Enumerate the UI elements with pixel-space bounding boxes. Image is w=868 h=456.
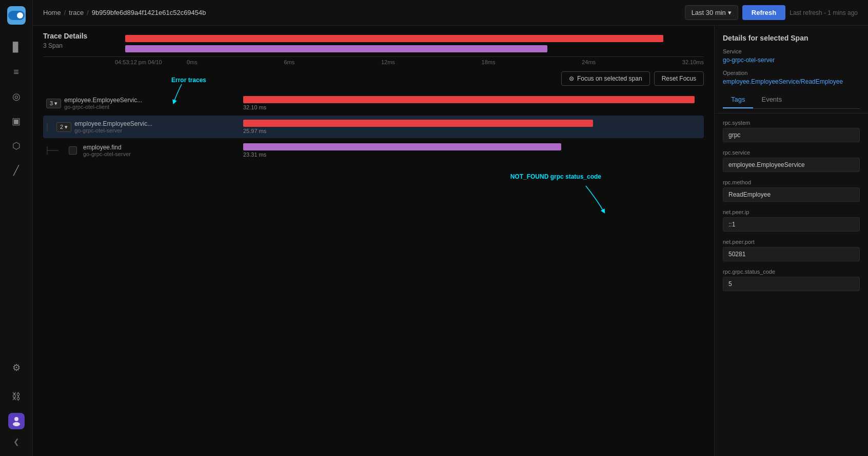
- tag-row-rpc-service: rpc.service employee.EmployeeService: [723, 149, 860, 172]
- tab-events[interactable]: Events: [753, 91, 790, 108]
- tag-row-rpc-grpc-status: rpc.grpc.status_code 5: [723, 269, 860, 291]
- span-bar-area-3: 23.31 ms: [243, 143, 704, 158]
- svg-point-0: [14, 417, 18, 421]
- tag-row-rpc-system: rpc.system grpc: [723, 120, 860, 142]
- reset-focus-button[interactable]: Reset Focus: [654, 71, 704, 86]
- operation-value: employee.EmployeeService/ReadEmployee: [723, 78, 860, 85]
- overview-bar-1: [125, 35, 663, 42]
- time-range-label: Last 30 min: [692, 9, 726, 16]
- tag-key-rpc-service: rpc.service: [723, 149, 860, 156]
- span-expand-3[interactable]: [69, 146, 77, 155]
- tag-value-text-net-peer-port: 50281: [728, 251, 745, 258]
- span-duration-2: 25.97 ms: [243, 128, 704, 134]
- main-content: Home / trace / 9b959bfe6d89a4f1421e61c52…: [33, 0, 868, 456]
- tag-value-net-peer-port: 50281: [723, 247, 860, 261]
- tag-value-net-peer-ip: ::1: [723, 217, 860, 232]
- table-row[interactable]: employee.find go-grpc-otel-server 23.31 …: [43, 139, 704, 162]
- globe-icon[interactable]: ◎: [6, 86, 27, 107]
- service-label: Service: [723, 48, 860, 54]
- tag-value-rpc-service: employee.EmployeeService: [723, 158, 860, 172]
- tag-key-rpc-method: rpc.method: [723, 179, 860, 185]
- tag-row-rpc-method: rpc.method ReadEmployee: [723, 179, 860, 202]
- span-bar-row-3: [243, 143, 704, 150]
- tag-value-text-rpc-service: employee.EmployeeService: [728, 161, 805, 168]
- menu-icon[interactable]: ≡: [6, 62, 27, 82]
- operation-label: Operation: [723, 70, 860, 76]
- trace-bars-overview: [125, 32, 704, 52]
- line-chart-icon[interactable]: ╱: [6, 160, 27, 181]
- span-duration-1: 32.10 ms: [243, 104, 704, 110]
- breadcrumb-trace[interactable]: trace: [69, 9, 84, 16]
- trace-timestamp: 04:53:12 pm 04/10: [115, 59, 187, 65]
- bar-chart-icon[interactable]: ▊: [6, 37, 27, 58]
- app-logo[interactable]: [7, 6, 26, 25]
- settings-icon[interactable]: ⚙: [6, 357, 27, 378]
- sidebar: ▊ ≡ ◎ ▣ ⬡ ╱ ⚙ ⛓ ❮: [0, 0, 33, 456]
- toggle-switch[interactable]: [8, 11, 25, 20]
- span-service-2: employee.EmployeeServic...: [74, 120, 152, 127]
- span-left-1: 3 ▾ employee.EmployeeServic... go-grpc-o…: [43, 97, 243, 110]
- breadcrumb-home[interactable]: Home: [43, 9, 61, 16]
- svg-point-1: [13, 422, 20, 426]
- analytics-icon[interactable]: ⬡: [6, 136, 27, 156]
- detail-tabs: Tags Events: [723, 91, 860, 109]
- tag-key-net-peer-port: net.peer.port: [723, 239, 860, 245]
- tag-key-net-peer-ip: net.peer.ip: [723, 209, 860, 215]
- ruler-mark-0ms: 0ms: [187, 59, 198, 65]
- span-rows: 3 ▾ employee.EmployeeServic... go-grpc-o…: [33, 92, 714, 162]
- tag-value-text-net-peer-ip: ::1: [728, 221, 735, 228]
- breadcrumb-trace-id: 9b959bfe6d89a4f1421e61c52c69454b: [92, 9, 206, 16]
- span-info-3: employee.find go-grpc-otel-server: [83, 144, 131, 157]
- tag-key-rpc-system: rpc.system: [723, 120, 860, 126]
- span-bar-2: [243, 120, 593, 127]
- span-bar-3: [243, 143, 561, 150]
- tag-value-text-rpc-system: grpc: [728, 131, 740, 139]
- not-found-annotation-area: NOT_FOUND grpc status_code: [33, 163, 714, 214]
- span-badge-2[interactable]: 2 ▾: [56, 122, 71, 132]
- time-range-selector[interactable]: Last 30 min ▾: [685, 5, 738, 20]
- breadcrumb-sep1: /: [64, 9, 66, 16]
- span-service-1: employee.EmployeeServic...: [64, 97, 142, 104]
- tag-key-rpc-grpc-status: rpc.grpc.status_code: [723, 269, 860, 275]
- focus-on-selected-label: Focus on selected span: [577, 75, 642, 82]
- span-client-3: go-grpc-otel-server: [83, 151, 131, 157]
- focus-controls: ⊜ Focus on selected span Reset Focus: [33, 65, 714, 92]
- focus-on-selected-button[interactable]: ⊜ Focus on selected span: [561, 71, 650, 86]
- ruler-mark-6ms: 6ms: [284, 59, 294, 65]
- top-header: Home / trace / 9b959bfe6d89a4f1421e61c52…: [33, 0, 868, 26]
- not-found-arrow: [581, 183, 611, 214]
- dropdown-chevron-icon: ▾: [728, 9, 732, 16]
- span-count-1: 3: [50, 100, 53, 106]
- span-indent-3: [43, 146, 66, 155]
- table-row[interactable]: 3 ▾ employee.EmployeeServic... go-grpc-o…: [43, 92, 704, 115]
- plugin-icon[interactable]: ⛓: [6, 386, 27, 407]
- span-bar-row-1: [243, 96, 704, 103]
- service-value: go-grpc-otel-server: [723, 56, 860, 64]
- overview-bar-2: [125, 45, 547, 52]
- tab-tags[interactable]: Tags: [723, 91, 753, 108]
- sidebar-collapse-button[interactable]: ❮: [9, 433, 24, 450]
- detail-service: Service go-grpc-otel-server: [723, 48, 860, 64]
- trace-title-block: Trace Details 3 Span: [43, 32, 115, 49]
- header-right: Last 30 min ▾ Refresh Last refresh - 1 m…: [685, 5, 858, 20]
- breadcrumb: Home / trace / 9b959bfe6d89a4f1421e61c52…: [43, 9, 206, 16]
- span-count-2: 2: [60, 124, 63, 130]
- reset-focus-label: Reset Focus: [662, 75, 696, 82]
- table-row[interactable]: 2 ▾ employee.EmployeeServic... go-grpc-o…: [43, 116, 704, 138]
- span-bar-area-2: 25.97 ms: [243, 120, 704, 134]
- span-info-1: employee.EmployeeServic... go-grpc-otel-…: [64, 97, 142, 110]
- ruler-mark-18ms: 18ms: [482, 59, 496, 65]
- span-service-3: employee.find: [83, 144, 131, 151]
- tag-row-net-peer-port: net.peer.port 50281: [723, 239, 860, 261]
- monitor-icon[interactable]: ▣: [6, 111, 27, 131]
- span-left-3: employee.find go-grpc-otel-server: [43, 144, 243, 157]
- span-badge-1[interactable]: 3 ▾: [46, 99, 61, 108]
- tag-rows: rpc.system grpc rpc.service employee.Emp…: [715, 113, 868, 305]
- breadcrumb-sep2: /: [87, 9, 89, 16]
- span-bar-row-2: [243, 120, 704, 127]
- tag-value-text-rpc-grpc-status: 5: [728, 280, 732, 288]
- filter-icon: ⊜: [569, 75, 574, 82]
- last-refresh-text: Last refresh - 1 mins ago: [790, 9, 858, 16]
- user-avatar[interactable]: [8, 413, 25, 429]
- refresh-button[interactable]: Refresh: [742, 5, 785, 20]
